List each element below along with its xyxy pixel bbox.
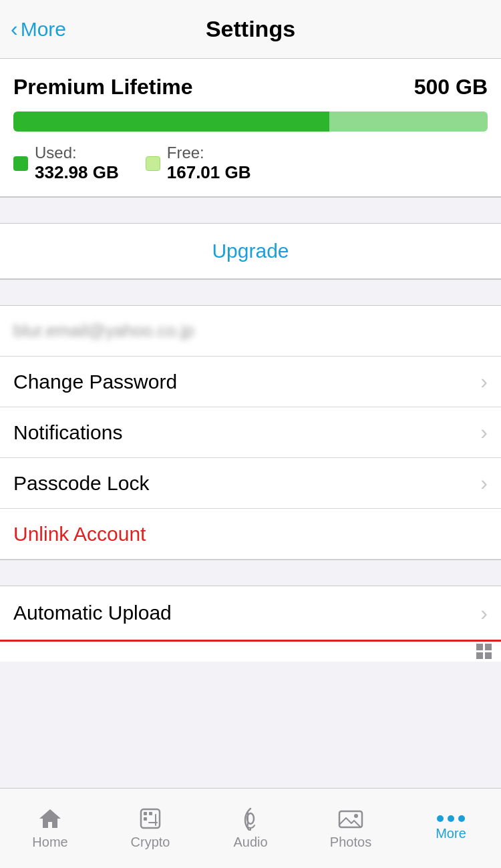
chevron-right-icon-3: ›	[480, 471, 488, 495]
spacer-2	[0, 279, 501, 306]
tab-more[interactable]: More	[401, 789, 501, 868]
tab-crypto[interactable]: Crypto	[100, 789, 200, 868]
tab-crypto-label: Crypto	[131, 835, 170, 850]
chevron-left-icon: ‹	[11, 17, 18, 41]
svg-rect-3	[144, 817, 147, 821]
upgrade-button[interactable]: Upgrade	[0, 224, 501, 278]
storage-top-row: Premium Lifetime 500 GB	[13, 75, 488, 99]
storage-bar-used	[13, 112, 329, 132]
svg-rect-1	[144, 812, 147, 815]
storage-bar-free	[329, 112, 488, 132]
change-password-label: Change Password	[13, 371, 177, 393]
account-section: blur.email@yahoo.co.jp Change Password ›…	[0, 306, 501, 560]
passcode-lock-row[interactable]: Passcode Lock ›	[0, 458, 501, 509]
upgrade-section: Upgrade	[0, 224, 501, 279]
chevron-right-icon-2: ›	[480, 420, 488, 445]
notifications-row[interactable]: Notifications ›	[0, 407, 501, 458]
tab-photos[interactable]: Photos	[301, 789, 401, 868]
auto-upload-label: Automatic Upload	[13, 602, 172, 624]
grid-icon	[476, 644, 492, 659]
tab-home[interactable]: Home	[0, 789, 100, 868]
tab-audio[interactable]: Audio	[200, 789, 301, 868]
unlink-account-row[interactable]: Unlink Account	[0, 509, 501, 560]
email-row: blur.email@yahoo.co.jp	[0, 306, 501, 357]
auto-upload-section: Automatic Upload ›	[0, 586, 501, 642]
passcode-lock-label: Passcode Lock	[13, 472, 149, 495]
storage-plan: Premium Lifetime	[13, 75, 193, 99]
auto-upload-row[interactable]: Automatic Upload ›	[0, 586, 501, 640]
scroll-hint	[0, 642, 501, 662]
used-legend: Used: 332.98 GB	[13, 144, 119, 183]
storage-total: 500 GB	[414, 75, 488, 99]
crypto-icon	[137, 807, 164, 831]
spacer-1	[0, 197, 501, 224]
tab-more-label: More	[436, 826, 466, 841]
chevron-right-icon-4: ›	[480, 601, 488, 626]
tab-home-label: Home	[32, 835, 67, 850]
used-label: Used:	[35, 144, 119, 162]
back-button[interactable]: ‹ More	[11, 17, 66, 41]
used-value: 332.98 GB	[35, 162, 119, 183]
storage-bar	[13, 112, 488, 132]
tab-bar: Home Crypto Audio Photos	[0, 788, 501, 868]
tab-audio-label: Audio	[233, 835, 267, 850]
free-label: Free:	[167, 144, 251, 162]
settings-header: ‹ More Settings	[0, 0, 501, 59]
audio-icon	[237, 807, 264, 831]
free-value: 167.01 GB	[167, 162, 251, 183]
storage-legend: Used: 332.98 GB Free: 167.01 GB	[13, 144, 488, 183]
email-display: blur.email@yahoo.co.jp	[13, 320, 194, 341]
free-dot	[146, 156, 160, 171]
svg-point-7	[354, 814, 358, 818]
free-legend: Free: 167.01 GB	[146, 144, 251, 183]
home-icon	[37, 807, 63, 831]
tab-photos-label: Photos	[330, 835, 371, 850]
page-title: Settings	[206, 16, 295, 42]
more-icon	[437, 815, 465, 822]
notifications-label: Notifications	[13, 421, 122, 444]
storage-section: Premium Lifetime 500 GB Used: 332.98 GB …	[0, 59, 501, 197]
svg-rect-2	[149, 812, 152, 815]
chevron-right-icon: ›	[480, 369, 488, 394]
change-password-row[interactable]: Change Password ›	[0, 357, 501, 407]
photos-icon	[337, 807, 364, 831]
used-dot	[13, 156, 28, 171]
unlink-account-label: Unlink Account	[13, 523, 146, 546]
spacer-3	[0, 560, 501, 586]
back-label: More	[21, 18, 66, 41]
